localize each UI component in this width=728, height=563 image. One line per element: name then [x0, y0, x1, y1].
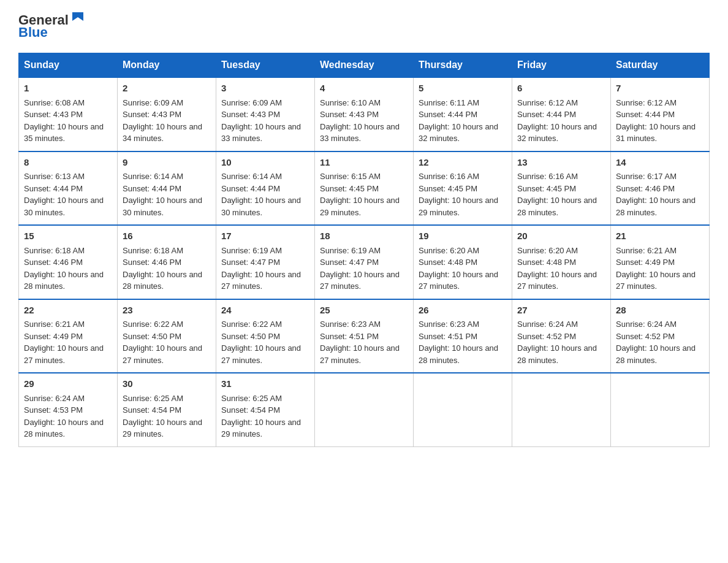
- daylight-text: Daylight: 10 hours and 30 minutes.: [221, 196, 301, 217]
- sunrise-text: Sunrise: 6:18 AM: [123, 246, 183, 255]
- day-number: 7: [616, 82, 704, 96]
- sunrise-text: Sunrise: 6:15 AM: [320, 172, 381, 181]
- sunrise-text: Sunrise: 6:16 AM: [419, 172, 479, 181]
- sunset-text: Sunset: 4:49 PM: [24, 332, 83, 341]
- daylight-text: Daylight: 10 hours and 27 minutes.: [24, 343, 104, 365]
- daylight-text: Daylight: 10 hours and 28 minutes.: [24, 418, 104, 439]
- daylight-text: Daylight: 10 hours and 28 minutes.: [123, 270, 202, 291]
- calendar-cell: 10Sunrise: 6:14 AMSunset: 4:44 PMDayligh…: [216, 151, 315, 226]
- day-number: 26: [419, 304, 507, 318]
- sunset-text: Sunset: 4:52 PM: [517, 332, 576, 341]
- calendar-cell: 24Sunrise: 6:22 AMSunset: 4:50 PMDayligh…: [216, 299, 315, 373]
- sunset-text: Sunset: 4:45 PM: [419, 184, 477, 193]
- sunrise-text: Sunrise: 6:21 AM: [24, 320, 85, 329]
- calendar-cell: 18Sunrise: 6:19 AMSunset: 4:47 PMDayligh…: [315, 225, 414, 299]
- sunset-text: Sunset: 4:51 PM: [419, 332, 477, 341]
- day-number: 2: [123, 82, 211, 96]
- daylight-text: Daylight: 10 hours and 35 minutes.: [24, 122, 104, 144]
- daylight-text: Daylight: 10 hours and 28 minutes.: [24, 270, 104, 291]
- daylight-text: Daylight: 10 hours and 27 minutes.: [616, 270, 696, 291]
- sunset-text: Sunset: 4:50 PM: [221, 332, 280, 341]
- calendar-week-row: 1Sunrise: 6:08 AMSunset: 4:43 PMDaylight…: [19, 77, 710, 151]
- daylight-text: Daylight: 10 hours and 28 minutes.: [616, 343, 696, 365]
- svg-marker-0: [72, 12, 83, 21]
- sunrise-text: Sunrise: 6:17 AM: [616, 172, 677, 181]
- daylight-text: Daylight: 10 hours and 30 minutes.: [123, 196, 202, 217]
- sunrise-text: Sunrise: 6:22 AM: [221, 320, 282, 329]
- calendar-table: SundayMondayTuesdayWednesdayThursdayFrid…: [18, 53, 710, 447]
- calendar-cell: 2Sunrise: 6:09 AMSunset: 4:43 PMDaylight…: [118, 77, 216, 151]
- day-number: 15: [24, 229, 112, 243]
- calendar-cell: [611, 373, 710, 446]
- daylight-text: Daylight: 10 hours and 27 minutes.: [419, 270, 498, 291]
- sunrise-text: Sunrise: 6:19 AM: [320, 246, 381, 255]
- sunset-text: Sunset: 4:44 PM: [123, 184, 181, 193]
- day-number: 21: [616, 229, 704, 243]
- calendar-cell: 30Sunrise: 6:25 AMSunset: 4:54 PMDayligh…: [118, 373, 216, 446]
- day-number: 14: [616, 156, 704, 170]
- day-number: 27: [517, 304, 605, 318]
- day-number: 28: [616, 304, 704, 318]
- col-header-sunday: Sunday: [19, 53, 118, 78]
- sunrise-text: Sunrise: 6:10 AM: [320, 98, 381, 107]
- daylight-text: Daylight: 10 hours and 27 minutes.: [123, 343, 202, 365]
- sunrise-text: Sunrise: 6:18 AM: [24, 246, 85, 255]
- logo-icon: [70, 10, 87, 27]
- daylight-text: Daylight: 10 hours and 32 minutes.: [517, 122, 597, 144]
- calendar-cell: 22Sunrise: 6:21 AMSunset: 4:49 PMDayligh…: [19, 299, 118, 373]
- calendar-cell: 31Sunrise: 6:25 AMSunset: 4:54 PMDayligh…: [216, 373, 315, 446]
- day-number: 8: [24, 156, 112, 170]
- calendar-cell: 13Sunrise: 6:16 AMSunset: 4:45 PMDayligh…: [512, 151, 611, 226]
- daylight-text: Daylight: 10 hours and 28 minutes.: [616, 196, 696, 217]
- col-header-thursday: Thursday: [414, 53, 512, 78]
- day-number: 22: [24, 304, 112, 318]
- sunset-text: Sunset: 4:44 PM: [616, 110, 675, 119]
- sunrise-text: Sunrise: 6:14 AM: [221, 172, 282, 181]
- calendar-cell: 16Sunrise: 6:18 AMSunset: 4:46 PMDayligh…: [118, 225, 216, 299]
- daylight-text: Daylight: 10 hours and 33 minutes.: [221, 122, 301, 144]
- sunset-text: Sunset: 4:53 PM: [24, 405, 83, 415]
- daylight-text: Daylight: 10 hours and 29 minutes.: [419, 196, 498, 217]
- day-number: 10: [221, 156, 309, 170]
- daylight-text: Daylight: 10 hours and 27 minutes.: [221, 343, 301, 365]
- day-number: 12: [419, 156, 507, 170]
- calendar-cell: 11Sunrise: 6:15 AMSunset: 4:45 PMDayligh…: [315, 151, 414, 226]
- daylight-text: Daylight: 10 hours and 28 minutes.: [517, 343, 597, 365]
- sunrise-text: Sunrise: 6:09 AM: [221, 98, 282, 107]
- day-number: 3: [221, 82, 309, 96]
- day-number: 17: [221, 229, 309, 243]
- logo-blue-text: Blue: [18, 25, 48, 40]
- sunset-text: Sunset: 4:54 PM: [123, 405, 181, 415]
- calendar-cell: 25Sunrise: 6:23 AMSunset: 4:51 PMDayligh…: [315, 299, 414, 373]
- sunrise-text: Sunrise: 6:12 AM: [616, 98, 677, 107]
- daylight-text: Daylight: 10 hours and 29 minutes.: [221, 418, 301, 439]
- calendar-cell: 21Sunrise: 6:21 AMSunset: 4:49 PMDayligh…: [611, 225, 710, 299]
- daylight-text: Daylight: 10 hours and 27 minutes.: [320, 343, 400, 365]
- calendar-cell: 19Sunrise: 6:20 AMSunset: 4:48 PMDayligh…: [414, 225, 512, 299]
- sunrise-text: Sunrise: 6:11 AM: [419, 98, 479, 107]
- sunrise-text: Sunrise: 6:08 AM: [24, 98, 85, 107]
- col-header-wednesday: Wednesday: [315, 53, 414, 78]
- sunset-text: Sunset: 4:47 PM: [221, 258, 280, 267]
- sunset-text: Sunset: 4:45 PM: [517, 184, 576, 193]
- calendar-cell: 29Sunrise: 6:24 AMSunset: 4:53 PMDayligh…: [19, 373, 118, 446]
- day-number: 25: [320, 304, 408, 318]
- sunset-text: Sunset: 4:45 PM: [320, 184, 379, 193]
- sunrise-text: Sunrise: 6:14 AM: [123, 172, 183, 181]
- sunrise-text: Sunrise: 6:23 AM: [419, 320, 479, 329]
- sunset-text: Sunset: 4:44 PM: [419, 110, 477, 119]
- calendar-week-row: 8Sunrise: 6:13 AMSunset: 4:44 PMDaylight…: [19, 151, 710, 226]
- calendar-cell: 7Sunrise: 6:12 AMSunset: 4:44 PMDaylight…: [611, 77, 710, 151]
- calendar-cell: 28Sunrise: 6:24 AMSunset: 4:52 PMDayligh…: [611, 299, 710, 373]
- calendar-header-row: SundayMondayTuesdayWednesdayThursdayFrid…: [19, 53, 710, 78]
- col-header-tuesday: Tuesday: [216, 53, 315, 78]
- day-number: 9: [123, 156, 211, 170]
- daylight-text: Daylight: 10 hours and 29 minutes.: [123, 418, 202, 439]
- sunset-text: Sunset: 4:54 PM: [221, 405, 280, 415]
- daylight-text: Daylight: 10 hours and 28 minutes.: [517, 196, 597, 217]
- day-number: 13: [517, 156, 605, 170]
- calendar-cell: [512, 373, 611, 446]
- day-number: 16: [123, 229, 211, 243]
- sunset-text: Sunset: 4:44 PM: [24, 184, 83, 193]
- sunrise-text: Sunrise: 6:24 AM: [517, 320, 578, 329]
